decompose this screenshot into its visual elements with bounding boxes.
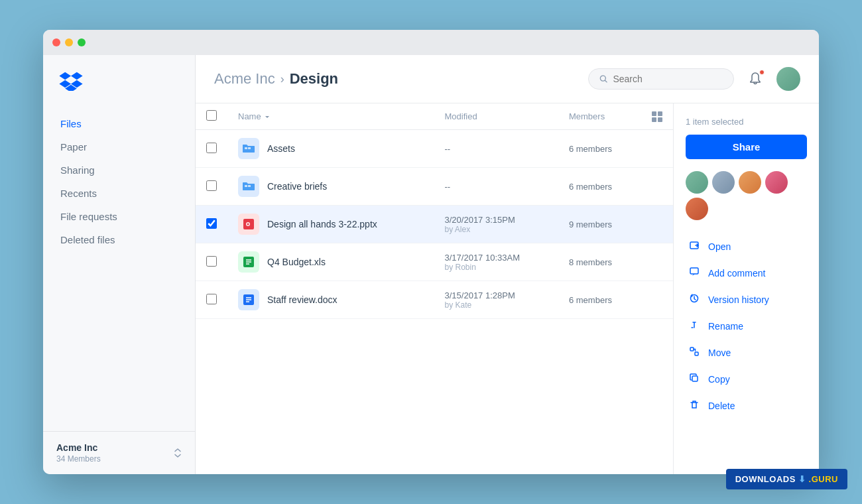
row-checkbox[interactable]	[206, 143, 217, 153]
action-version-history[interactable]: Version history	[686, 286, 807, 313]
svg-rect-1	[245, 147, 247, 149]
sidebar-item-deleted-files[interactable]: Deleted files	[51, 228, 187, 251]
svg-rect-2	[248, 147, 251, 149]
pptx-icon	[238, 214, 259, 235]
row-action-cell	[641, 130, 673, 168]
sidebar-item-file-requests[interactable]: File requests	[51, 205, 187, 228]
search-input[interactable]	[613, 74, 723, 84]
maximize-button[interactable]	[78, 38, 86, 46]
table-row[interactable]: Staff review.docx 3/15/2017 1:28PM by Ka…	[196, 281, 673, 319]
row-action-cell	[641, 243, 673, 281]
th-view-toggle[interactable]	[641, 103, 673, 130]
file-table-body: Assets -- 6 members	[196, 130, 673, 319]
rename-icon	[688, 320, 700, 333]
member-avatar	[686, 171, 708, 194]
row-checkbox-cell	[196, 130, 227, 168]
notifications-button[interactable]	[743, 67, 767, 91]
right-panel: 1 item selected Share	[673, 103, 819, 474]
row-checkbox-cell	[196, 243, 227, 281]
action-add-comment-label: Add comment	[708, 268, 765, 279]
svg-rect-3	[245, 185, 247, 187]
row-action-cell	[641, 281, 673, 319]
selected-count-label: 1 item selected	[686, 117, 807, 127]
action-copy[interactable]: Copy	[686, 366, 807, 393]
action-rename[interactable]: Rename	[686, 313, 807, 340]
breadcrumb-parent: Acme Inc	[214, 70, 275, 88]
select-all-checkbox[interactable]	[206, 110, 217, 121]
sidebar-item-paper[interactable]: Paper	[51, 135, 187, 158]
copy-icon	[688, 373, 700, 386]
row-modified-cell: --	[434, 130, 558, 168]
action-rename-label: Rename	[708, 321, 743, 332]
modified-by: by Alex	[445, 225, 548, 234]
action-add-comment[interactable]: Add comment	[686, 260, 807, 286]
app-body: Files Paper Sharing Recents File request…	[43, 55, 819, 474]
open-icon	[688, 240, 700, 253]
action-move[interactable]: Move	[686, 340, 807, 366]
share-button[interactable]: Share	[686, 135, 807, 159]
modified-date: --	[445, 182, 548, 192]
modified-by: by Kate	[445, 300, 548, 310]
sidebar-item-sharing[interactable]: Sharing	[51, 158, 187, 182]
org-name: Acme Inc	[56, 442, 101, 453]
avatar-image	[776, 67, 800, 91]
row-checkbox[interactable]	[206, 218, 217, 229]
org-switcher-button[interactable]	[174, 448, 182, 458]
org-members-count: 34 Members	[56, 454, 101, 464]
th-members: Members	[558, 103, 641, 130]
row-modified-cell: 3/15/2017 1:28PM by Kate	[434, 281, 558, 319]
row-modified-cell: --	[434, 168, 558, 206]
members-count: 9 members	[569, 220, 612, 229]
row-checkbox[interactable]	[206, 256, 217, 267]
svg-rect-17	[690, 268, 698, 274]
sidebar-footer: Acme Inc 34 Members	[43, 431, 195, 474]
notification-badge	[759, 70, 765, 75]
modified-date: 3/20/2017 3:15PM	[445, 215, 548, 225]
svg-rect-21	[692, 376, 698, 381]
action-copy-label: Copy	[708, 374, 730, 385]
members-count: 6 members	[569, 295, 612, 305]
row-checkbox[interactable]	[206, 294, 217, 304]
row-checkbox-cell	[196, 206, 227, 243]
table-row[interactable]: Design all hands 3-22.pptx 3/20/2017 3:1…	[196, 206, 673, 243]
grid-view-icon	[652, 111, 662, 122]
avatar-image	[686, 171, 708, 194]
row-icon-name-cell: Q4 Budget.xls	[227, 243, 434, 281]
svg-rect-4	[248, 185, 251, 187]
search-icon	[599, 74, 607, 84]
search-bar[interactable]	[588, 68, 734, 90]
action-open[interactable]: Open	[686, 233, 807, 260]
table-row[interactable]: Assets -- 6 members	[196, 130, 673, 168]
action-delete[interactable]: Delete	[686, 393, 807, 419]
row-members-cell: 6 members	[558, 168, 641, 206]
sidebar-item-files[interactable]: Files	[51, 112, 187, 135]
minimize-button[interactable]	[65, 38, 73, 46]
modified-date: 3/15/2017 1:28PM	[445, 290, 548, 300]
xlsx-icon	[238, 251, 259, 273]
dropbox-logo-icon	[59, 71, 83, 91]
modified-by: by Robin	[445, 263, 548, 272]
user-avatar[interactable]	[776, 67, 800, 91]
row-action-cell	[641, 206, 673, 243]
th-name-label: Name	[238, 111, 261, 121]
svg-point-7	[247, 223, 249, 225]
table-row[interactable]: Q4 Budget.xls 3/17/2017 10:33AM by Robin…	[196, 243, 673, 281]
table-row[interactable]: Creative briefs -- 6 members	[196, 168, 673, 206]
file-name: Q4 Budget.xls	[267, 257, 326, 267]
row-checkbox[interactable]	[206, 180, 217, 191]
main-header: Acme Inc › Design	[196, 55, 819, 103]
action-version-history-label: Version history	[708, 294, 769, 305]
svg-rect-20	[695, 352, 698, 355]
watermark: DOWNLOADS ⬇ .GURU	[726, 469, 847, 489]
modified-date: --	[445, 144, 548, 154]
members-count: 6 members	[569, 182, 612, 192]
row-checkbox-cell	[196, 281, 227, 319]
member-avatar	[712, 171, 735, 194]
sidebar-item-recents[interactable]: Recents	[51, 182, 187, 205]
file-area: Name Modified Members	[196, 103, 819, 474]
member-avatar	[765, 171, 788, 194]
member-avatar	[686, 198, 708, 220]
sidebar-navigation: Files Paper Sharing Recents File request…	[43, 112, 195, 431]
row-members-cell: 8 members	[558, 243, 641, 281]
close-button[interactable]	[52, 38, 60, 46]
